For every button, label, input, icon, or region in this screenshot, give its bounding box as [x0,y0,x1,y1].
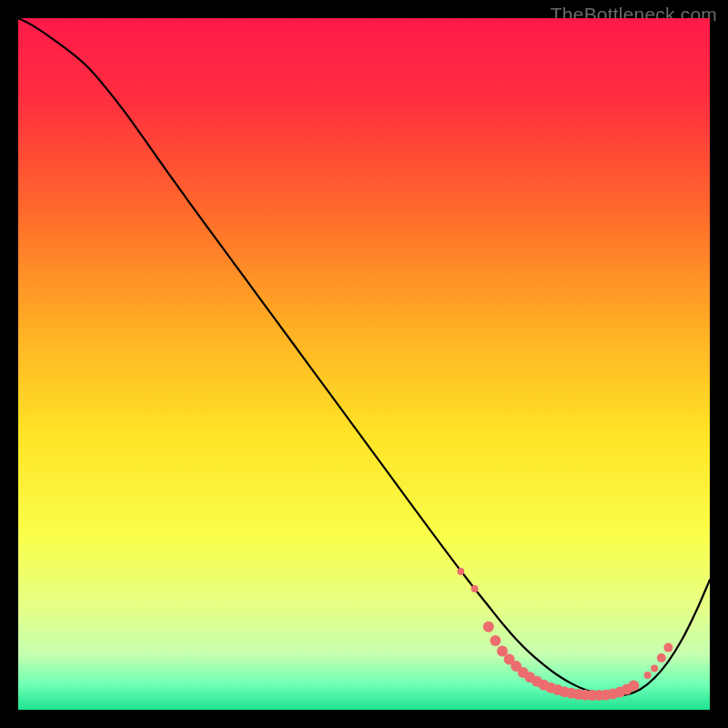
marker-dot [663,643,672,652]
marker-dot [471,585,479,592]
chart-svg [18,18,710,710]
marker-dot [457,568,464,575]
plot-background [18,18,710,710]
chart-stage: TheBottleneck.com [0,0,728,728]
marker-dot [490,635,500,646]
marker-dot [483,622,494,632]
marker-dot [657,653,666,662]
marker-dot [651,664,658,672]
marker-dot [628,680,639,691]
marker-dot [644,672,652,679]
